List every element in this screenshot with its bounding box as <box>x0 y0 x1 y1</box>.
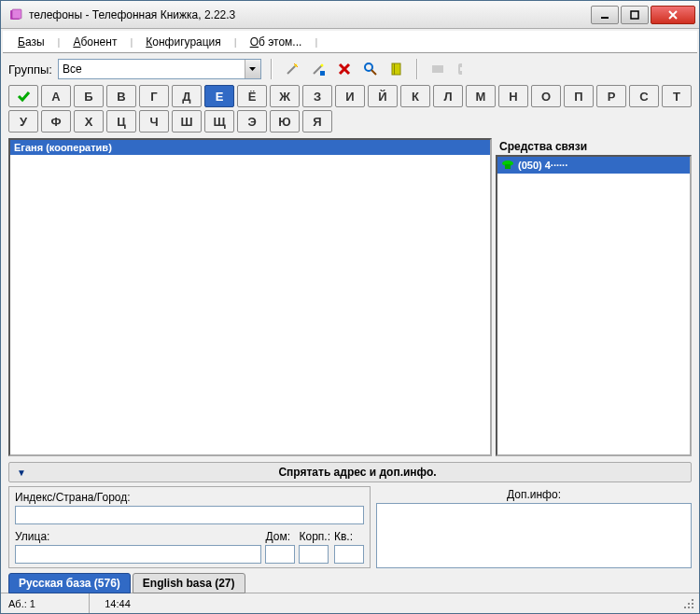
subscriber-list[interactable]: Еганя (кооператив) <box>8 138 492 456</box>
house-label: Дом: <box>265 530 295 543</box>
card-icon <box>427 59 448 79</box>
collapse-toggle[interactable]: ▼ Спрятать адрес и доп.инфо. <box>8 462 692 482</box>
svg-rect-22 <box>692 599 693 601</box>
dopinfo-header: Доп.инфо: <box>376 486 692 503</box>
alpha-button-К[interactable]: К <box>400 85 430 107</box>
street-input[interactable] <box>15 545 261 564</box>
titlebar: телефоны - Телефонная Книжка, 2.22.3 <box>1 1 699 29</box>
book-icon[interactable] <box>386 59 407 79</box>
menu-bases[interactable]: Базы <box>10 33 52 51</box>
alpha-button-Э[interactable]: Э <box>237 110 267 133</box>
alpha-button-Ч[interactable]: Ч <box>139 110 169 133</box>
alpha-button-В[interactable]: В <box>106 85 136 107</box>
menubar: Базы | Абонент | Конфигурация | Об этом.… <box>3 31 697 53</box>
alpha-button-Ф[interactable]: Ф <box>41 110 71 133</box>
svg-rect-26 <box>688 607 690 608</box>
svg-point-15 <box>365 63 372 71</box>
address-section: Индекс/Страна/Город: Улица: Дом: Корп.: … <box>1 484 699 570</box>
maximize-button[interactable] <box>621 6 649 24</box>
alpha-button-П[interactable]: П <box>564 85 594 107</box>
delete-icon[interactable] <box>334 59 355 79</box>
alpha-button-Г[interactable]: Г <box>139 85 169 107</box>
svg-rect-25 <box>684 607 686 608</box>
building-input[interactable] <box>299 545 329 564</box>
alpha-button-М[interactable]: М <box>466 85 496 107</box>
comm-header: Средства связи <box>496 138 692 155</box>
base-tabs: Русская база (576) English basa (27) <box>1 570 699 593</box>
index-label: Индекс/Страна/Город: <box>15 491 364 504</box>
alpha-button-Ш[interactable]: Ш <box>172 110 202 133</box>
tab-russian[interactable]: Русская база (576) <box>8 573 131 593</box>
apt-label: Кв.: <box>334 530 364 543</box>
svg-rect-18 <box>394 63 395 75</box>
search-icon[interactable] <box>360 59 381 79</box>
alpha-button-А[interactable]: А <box>41 85 71 107</box>
status-time: 14:44 <box>90 593 146 613</box>
list-item[interactable]: Еганя (кооператив) <box>10 140 490 155</box>
alpha-button-Д[interactable]: Д <box>172 85 202 107</box>
app-window: телефоны - Телефонная Книжка, 2.22.3 Баз… <box>0 0 700 614</box>
alpha-button-Й[interactable]: Й <box>368 85 398 107</box>
alpha-button-Р[interactable]: Р <box>596 85 626 107</box>
menu-config[interactable]: Конфигурация <box>138 33 229 51</box>
index-input[interactable] <box>15 506 364 524</box>
menu-subscriber[interactable]: Абонент <box>65 33 124 51</box>
svg-rect-27 <box>692 607 693 608</box>
alpha-button-Т[interactable]: Т <box>662 85 692 107</box>
window-title: телефоны - Телефонная Книжка, 2.22.3 <box>29 8 589 21</box>
menu-about[interactable]: Об этом... <box>243 33 310 51</box>
alpha-button-Я[interactable]: Я <box>302 110 332 133</box>
alpha-button-И[interactable]: И <box>335 85 365 107</box>
alpha-button-Н[interactable]: Н <box>498 85 528 107</box>
svg-line-16 <box>371 70 376 75</box>
alpha-button-Ж[interactable]: Ж <box>270 85 300 107</box>
app-icon <box>8 7 23 22</box>
toolbar: Группы: Все <box>1 55 699 83</box>
alphabet-bar: АБВГДЕЁЖЗИЙКЛМНОПРСТУФХЦЧШЩЭЮЯ <box>1 83 699 134</box>
alpha-button-Е[interactable]: Е <box>204 85 234 107</box>
minimize-button[interactable] <box>591 6 619 24</box>
alpha-button-Х[interactable]: Х <box>74 110 104 133</box>
street-label: Улица: <box>15 530 261 543</box>
list-item-label: Еганя (кооператив) <box>14 142 112 153</box>
chevron-down-icon: ▼ <box>17 467 32 478</box>
alpha-button-Щ[interactable]: Щ <box>204 110 234 133</box>
svg-rect-1 <box>12 9 21 19</box>
svg-rect-3 <box>631 11 638 19</box>
alpha-button-У[interactable]: У <box>8 110 38 133</box>
wand-edit-icon[interactable] <box>308 59 329 79</box>
alpha-button-С[interactable]: С <box>629 85 659 107</box>
chevron-down-icon <box>245 60 260 78</box>
svg-line-7 <box>287 65 296 74</box>
tab-english[interactable]: English basa (27) <box>133 573 245 593</box>
svg-rect-12 <box>320 71 325 76</box>
statusbar: Аб.: 1 14:44 <box>1 593 699 613</box>
alpha-button-Ё[interactable]: Ё <box>237 85 267 107</box>
groups-dropdown[interactable]: Все <box>58 59 261 79</box>
svg-rect-23 <box>688 603 690 605</box>
alpha-button-Б[interactable]: Б <box>74 85 104 107</box>
alpha-button-З[interactable]: З <box>302 85 332 107</box>
alpha-button-Л[interactable]: Л <box>433 85 463 107</box>
collapse-label: Спрятать адрес и доп.инфо. <box>32 466 683 479</box>
wand-icon[interactable] <box>282 59 302 79</box>
check-all-button[interactable] <box>8 85 38 107</box>
comm-list[interactable]: (050) 4······ <box>496 155 692 456</box>
close-button[interactable] <box>651 6 695 24</box>
comm-item[interactable]: (050) 4······ <box>497 157 690 174</box>
house-input[interactable] <box>265 545 295 564</box>
alpha-button-Ю[interactable]: Ю <box>270 110 300 133</box>
status-count: Аб.: 1 <box>1 593 90 613</box>
dopinfo-box[interactable] <box>376 503 692 568</box>
svg-rect-17 <box>392 63 400 75</box>
svg-rect-19 <box>432 65 443 73</box>
alpha-button-Ц[interactable]: Ц <box>106 110 136 133</box>
svg-point-11 <box>320 64 323 67</box>
svg-marker-6 <box>249 67 256 71</box>
alpha-button-О[interactable]: О <box>531 85 561 107</box>
content-area: Еганя (кооператив) Средства связи (050) … <box>1 134 699 460</box>
apt-input[interactable] <box>334 545 364 564</box>
resize-grip[interactable] <box>680 595 697 612</box>
svg-rect-24 <box>692 603 693 605</box>
groups-selected: Все <box>63 63 82 76</box>
